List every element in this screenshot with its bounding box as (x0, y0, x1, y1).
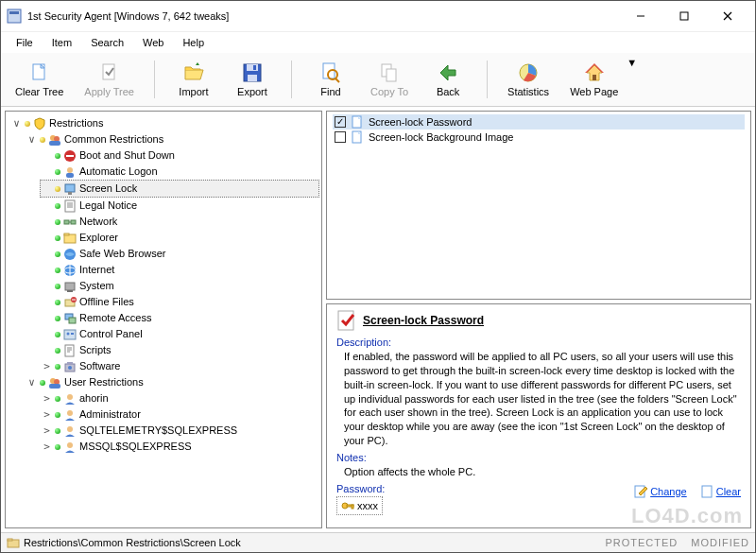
status-bullet-icon (40, 137, 45, 143)
svg-rect-10 (248, 75, 257, 81)
tree-item[interactable]: Offline Files (40, 294, 319, 310)
menu-help[interactable]: Help (175, 34, 212, 51)
collapse-icon[interactable]: ∨ (26, 131, 37, 147)
tree-user-restrictions[interactable]: ∨ User Restrictions (25, 374, 319, 390)
change-link[interactable]: Change (634, 485, 687, 498)
tree-label: Administrator (79, 406, 141, 423)
tree-label: Control Panel (79, 326, 143, 342)
expand-icon[interactable]: > (42, 358, 52, 374)
list-item[interactable]: Screen-lock Background Image (333, 130, 745, 145)
svg-point-49 (67, 332, 70, 335)
home-icon (583, 61, 606, 84)
password-field[interactable]: xxxx (336, 496, 383, 515)
category-icon (63, 312, 77, 325)
dropdown-arrow-icon[interactable]: ▼ (627, 57, 637, 68)
description-text: If enabled, the password will be applied… (344, 350, 737, 448)
tree-item[interactable]: > Software (40, 358, 319, 374)
tree-item[interactable]: Network (40, 214, 319, 230)
tree-item[interactable]: Legal Notice (40, 198, 319, 214)
list-item[interactable]: ✓ Screen-lock Password (333, 114, 745, 130)
collapse-icon[interactable]: ∨ (11, 115, 22, 131)
tree-item-user[interactable]: > ahorin (40, 390, 319, 406)
svg-rect-26 (65, 184, 75, 192)
tree-item[interactable]: Screen Lock (40, 180, 319, 198)
statistics-button[interactable]: Statistics (499, 57, 558, 102)
page-icon (351, 115, 364, 129)
checkbox[interactable]: ✓ (335, 116, 346, 128)
edit-page-icon (634, 485, 647, 498)
status-bullet-icon (55, 219, 60, 225)
tree-item[interactable]: Automatic Logon (40, 164, 319, 180)
tree-item[interactable]: Remote Access (40, 310, 319, 326)
tree-item-user[interactable]: > MSSQL$SQLEXPRESS (40, 439, 319, 455)
tree-label: Boot and Shut Down (79, 147, 175, 164)
tree-panel[interactable]: ∨ Restrictions ∨ Common Restrictions (5, 111, 322, 528)
close-button[interactable] (706, 5, 749, 27)
import-button[interactable]: Import (166, 57, 221, 102)
svg-rect-54 (67, 362, 73, 365)
expand-icon[interactable]: > (42, 406, 52, 423)
svg-point-58 (67, 394, 73, 400)
category-icon (63, 264, 77, 277)
category-icon (63, 182, 77, 196)
status-bullet-icon (40, 380, 45, 386)
expand-icon[interactable]: > (42, 439, 52, 455)
clear-link[interactable]: Clear (700, 485, 741, 498)
tree-item[interactable]: Internet (40, 262, 319, 278)
status-bullet-icon (55, 300, 60, 305)
export-button[interactable]: Export (225, 57, 280, 102)
apply-icon (98, 61, 121, 84)
svg-rect-51 (65, 345, 74, 356)
svg-rect-11 (253, 65, 256, 70)
tree-root-restrictions[interactable]: ∨ Restrictions (9, 115, 319, 131)
menu-web[interactable]: Web (135, 34, 171, 51)
collapse-icon[interactable]: ∨ (26, 374, 37, 390)
options-list[interactable]: ✓ Screen-lock Password Screen-lock Backg… (326, 111, 751, 300)
menu-file[interactable]: File (9, 34, 41, 51)
tree-item[interactable]: Explorer (40, 230, 319, 246)
tree-item-user[interactable]: > Administrator (40, 406, 319, 423)
tree-common-restrictions[interactable]: ∨ Common Restrictions (25, 131, 319, 147)
checkbox[interactable] (335, 131, 346, 143)
category-icon (63, 165, 77, 179)
svg-rect-66 (702, 486, 712, 497)
web-page-button[interactable]: Web Page (561, 57, 627, 102)
apply-tree-button[interactable]: Apply Tree (76, 57, 143, 102)
svg-rect-42 (67, 290, 73, 292)
expand-icon[interactable]: > (42, 423, 52, 439)
status-bullet-icon (55, 348, 60, 354)
tree-item[interactable]: Boot and Shut Down (40, 147, 319, 164)
clear-tree-button[interactable]: Clear Tree (7, 57, 72, 102)
tree-label: Legal Notice (79, 198, 137, 214)
minimize-button[interactable] (619, 5, 662, 27)
back-button[interactable]: Back (421, 57, 475, 102)
find-button[interactable]: Find (303, 57, 358, 102)
tree-item-user[interactable]: > SQLTELEMETRY$SQLEXPRESS (40, 423, 319, 439)
tree-label: User Restrictions (64, 374, 144, 390)
tree-item[interactable]: Scripts (40, 342, 319, 358)
maximize-button[interactable] (662, 5, 706, 27)
content-area: ∨ Restrictions ∨ Common Restrictions (1, 107, 755, 532)
notes-label: Notes: (336, 452, 741, 463)
menu-item[interactable]: Item (44, 34, 79, 51)
status-bullet-icon (55, 251, 60, 257)
svg-rect-33 (71, 220, 76, 224)
svg-rect-25 (66, 173, 74, 178)
svg-rect-71 (8, 539, 12, 541)
tree-label: MSSQL$SQLEXPRESS (79, 439, 192, 455)
svg-rect-50 (71, 333, 74, 335)
tree-item[interactable]: Control Panel (40, 326, 319, 342)
users-icon (48, 376, 61, 389)
menu-search[interactable]: Search (83, 34, 131, 51)
svg-point-24 (67, 167, 73, 173)
back-arrow-icon (437, 61, 459, 84)
copy-to-button[interactable]: Copy To (362, 57, 417, 102)
description-label: Description: (336, 337, 741, 348)
tree-label: Safe Web Browser (79, 246, 166, 262)
tree-item[interactable]: Safe Web Browser (40, 246, 319, 262)
tree-item[interactable]: System (40, 278, 319, 294)
status-bullet-icon (55, 153, 60, 159)
notes-text: Option affects the whole PC. (344, 465, 737, 479)
expand-icon[interactable]: > (42, 390, 52, 406)
svg-point-59 (67, 410, 73, 416)
